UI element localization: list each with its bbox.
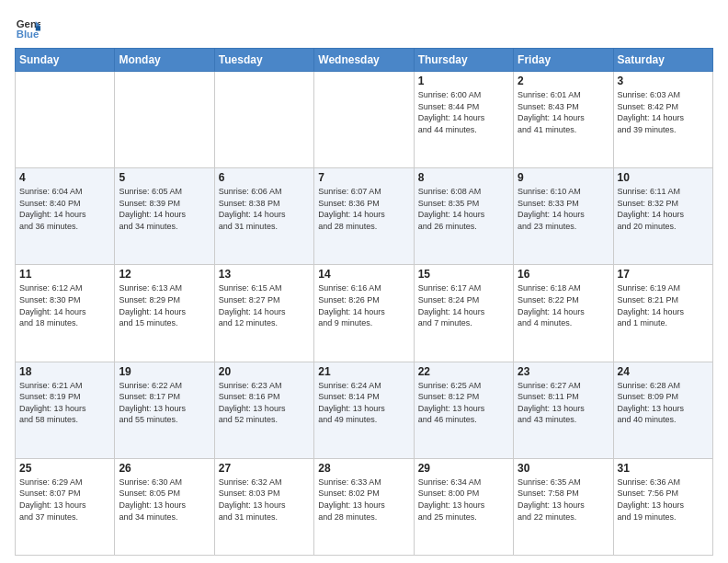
day-number: 1 (418, 75, 509, 87)
header-sunday: Sunday (16, 49, 115, 72)
day-number: 11 (19, 268, 110, 281)
day-info: Sunrise: 6:30 AM Sunset: 8:05 PM Dayligh… (119, 477, 210, 523)
header-monday: Monday (115, 49, 214, 72)
svg-text:Blue: Blue (17, 29, 40, 40)
table-row: 8Sunrise: 6:08 AM Sunset: 8:35 PM Daylig… (414, 168, 513, 265)
calendar-week-row: 18Sunrise: 6:21 AM Sunset: 8:19 PM Dayli… (16, 362, 713, 458)
table-row: 10Sunrise: 6:11 AM Sunset: 8:32 PM Dayli… (613, 168, 712, 265)
day-number: 5 (119, 171, 210, 184)
logo: General Blue (15, 15, 44, 40)
day-info: Sunrise: 6:21 AM Sunset: 8:19 PM Dayligh… (19, 380, 110, 426)
day-number: 16 (518, 268, 609, 281)
calendar-week-row: 1Sunrise: 6:00 AM Sunset: 8:44 PM Daylig… (16, 72, 713, 168)
table-row: 15Sunrise: 6:17 AM Sunset: 8:24 PM Dayli… (414, 265, 513, 362)
header-tuesday: Tuesday (214, 49, 313, 72)
table-row (314, 72, 414, 168)
calendar-table: Sunday Monday Tuesday Wednesday Thursday… (15, 48, 713, 556)
header-thursday: Thursday (414, 49, 513, 72)
table-row: 12Sunrise: 6:13 AM Sunset: 8:29 PM Dayli… (115, 265, 214, 362)
day-info: Sunrise: 6:22 AM Sunset: 8:17 PM Dayligh… (119, 380, 210, 426)
calendar-week-row: 11Sunrise: 6:12 AM Sunset: 8:30 PM Dayli… (16, 265, 713, 362)
table-row: 26Sunrise: 6:30 AM Sunset: 8:05 PM Dayli… (115, 458, 214, 555)
table-row: 19Sunrise: 6:22 AM Sunset: 8:17 PM Dayli… (115, 362, 214, 458)
day-info: Sunrise: 6:08 AM Sunset: 8:35 PM Dayligh… (418, 186, 509, 232)
table-row: 20Sunrise: 6:23 AM Sunset: 8:16 PM Dayli… (214, 362, 313, 458)
table-row: 22Sunrise: 6:25 AM Sunset: 8:12 PM Dayli… (414, 362, 513, 458)
day-number: 27 (219, 462, 310, 475)
calendar-page: General Blue Sunday Monday Tuesday Wedne… (0, 0, 728, 563)
day-number: 28 (318, 462, 409, 475)
day-info: Sunrise: 6:34 AM Sunset: 8:00 PM Dayligh… (418, 477, 509, 523)
day-info: Sunrise: 6:24 AM Sunset: 8:14 PM Dayligh… (318, 380, 409, 426)
calendar-week-row: 25Sunrise: 6:29 AM Sunset: 8:07 PM Dayli… (16, 458, 713, 555)
table-row: 14Sunrise: 6:16 AM Sunset: 8:26 PM Dayli… (314, 265, 414, 362)
day-number: 7 (318, 171, 409, 184)
day-number: 20 (219, 365, 310, 378)
day-number: 9 (518, 171, 609, 184)
table-row: 17Sunrise: 6:19 AM Sunset: 8:21 PM Dayli… (613, 265, 712, 362)
day-number: 19 (119, 365, 210, 378)
day-info: Sunrise: 6:18 AM Sunset: 8:22 PM Dayligh… (518, 282, 609, 328)
weekday-header-row: Sunday Monday Tuesday Wednesday Thursday… (16, 49, 713, 72)
header-wednesday: Wednesday (314, 49, 414, 72)
day-info: Sunrise: 6:04 AM Sunset: 8:40 PM Dayligh… (19, 186, 110, 232)
table-row: 30Sunrise: 6:35 AM Sunset: 7:58 PM Dayli… (514, 458, 613, 555)
day-number: 4 (19, 171, 110, 184)
day-number: 10 (618, 171, 709, 184)
table-row: 18Sunrise: 6:21 AM Sunset: 8:19 PM Dayli… (16, 362, 115, 458)
day-info: Sunrise: 6:32 AM Sunset: 8:03 PM Dayligh… (219, 477, 310, 523)
table-row: 9Sunrise: 6:10 AM Sunset: 8:33 PM Daylig… (514, 168, 613, 265)
table-row: 3Sunrise: 6:03 AM Sunset: 8:42 PM Daylig… (613, 72, 712, 168)
day-info: Sunrise: 6:05 AM Sunset: 8:39 PM Dayligh… (119, 186, 210, 232)
header-saturday: Saturday (613, 49, 712, 72)
table-row: 5Sunrise: 6:05 AM Sunset: 8:39 PM Daylig… (115, 168, 214, 265)
table-row: 7Sunrise: 6:07 AM Sunset: 8:36 PM Daylig… (314, 168, 414, 265)
day-info: Sunrise: 6:27 AM Sunset: 8:11 PM Dayligh… (518, 380, 609, 426)
day-number: 25 (19, 462, 110, 475)
day-info: Sunrise: 6:00 AM Sunset: 8:44 PM Dayligh… (418, 89, 509, 135)
table-row: 16Sunrise: 6:18 AM Sunset: 8:22 PM Dayli… (514, 265, 613, 362)
table-row (214, 72, 313, 168)
day-number: 29 (418, 462, 509, 475)
day-number: 12 (119, 268, 210, 281)
day-number: 30 (518, 462, 609, 475)
day-info: Sunrise: 6:33 AM Sunset: 8:02 PM Dayligh… (318, 477, 409, 523)
day-number: 15 (418, 268, 509, 281)
day-number: 13 (219, 268, 310, 281)
day-info: Sunrise: 6:01 AM Sunset: 8:43 PM Dayligh… (518, 89, 609, 135)
table-row: 21Sunrise: 6:24 AM Sunset: 8:14 PM Dayli… (314, 362, 414, 458)
day-info: Sunrise: 6:19 AM Sunset: 8:21 PM Dayligh… (618, 282, 709, 328)
day-info: Sunrise: 6:16 AM Sunset: 8:26 PM Dayligh… (318, 282, 409, 328)
table-row: 29Sunrise: 6:34 AM Sunset: 8:00 PM Dayli… (414, 458, 513, 555)
header-friday: Friday (514, 49, 613, 72)
day-info: Sunrise: 6:11 AM Sunset: 8:32 PM Dayligh… (618, 186, 709, 232)
table-row: 13Sunrise: 6:15 AM Sunset: 8:27 PM Dayli… (214, 265, 313, 362)
day-info: Sunrise: 6:17 AM Sunset: 8:24 PM Dayligh… (418, 282, 509, 328)
day-info: Sunrise: 6:12 AM Sunset: 8:30 PM Dayligh… (19, 282, 110, 328)
day-number: 8 (418, 171, 509, 184)
day-number: 18 (19, 365, 110, 378)
day-number: 24 (618, 365, 709, 378)
day-number: 22 (418, 365, 509, 378)
day-info: Sunrise: 6:28 AM Sunset: 8:09 PM Dayligh… (618, 380, 709, 426)
day-info: Sunrise: 6:06 AM Sunset: 8:38 PM Dayligh… (219, 186, 310, 232)
logo-icon: General Blue (15, 15, 40, 40)
day-number: 14 (318, 268, 409, 281)
day-number: 21 (318, 365, 409, 378)
table-row (115, 72, 214, 168)
day-info: Sunrise: 6:13 AM Sunset: 8:29 PM Dayligh… (119, 282, 210, 328)
svg-marker-3 (36, 26, 40, 30)
table-row: 31Sunrise: 6:36 AM Sunset: 7:56 PM Dayli… (613, 458, 712, 555)
table-row: 6Sunrise: 6:06 AM Sunset: 8:38 PM Daylig… (214, 168, 313, 265)
table-row: 1Sunrise: 6:00 AM Sunset: 8:44 PM Daylig… (414, 72, 513, 168)
day-info: Sunrise: 6:23 AM Sunset: 8:16 PM Dayligh… (219, 380, 310, 426)
day-number: 3 (618, 75, 709, 87)
day-number: 31 (618, 462, 709, 475)
day-info: Sunrise: 6:15 AM Sunset: 8:27 PM Dayligh… (219, 282, 310, 328)
table-row (16, 72, 115, 168)
day-info: Sunrise: 6:10 AM Sunset: 8:33 PM Dayligh… (518, 186, 609, 232)
table-row: 23Sunrise: 6:27 AM Sunset: 8:11 PM Dayli… (514, 362, 613, 458)
table-row: 11Sunrise: 6:12 AM Sunset: 8:30 PM Dayli… (16, 265, 115, 362)
table-row: 25Sunrise: 6:29 AM Sunset: 8:07 PM Dayli… (16, 458, 115, 555)
calendar-week-row: 4Sunrise: 6:04 AM Sunset: 8:40 PM Daylig… (16, 168, 713, 265)
